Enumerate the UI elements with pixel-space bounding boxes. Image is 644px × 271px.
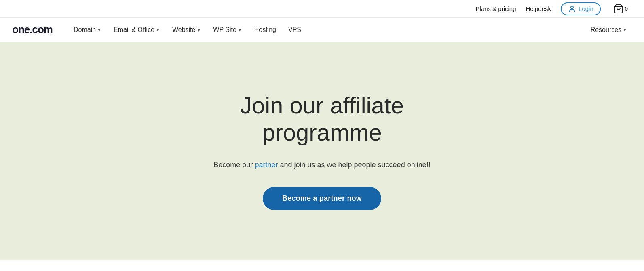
hero-subtitle-part1: Become our (213, 161, 255, 169)
cart-count: 0 (625, 6, 628, 12)
cart-button[interactable]: 0 (614, 4, 628, 14)
nav-links: Domain ▼ Email & Office ▼ Website ▼ WP S… (69, 23, 586, 37)
helpdesk-link[interactable]: Helpdesk (526, 5, 551, 12)
nav-item-hosting[interactable]: Hosting (249, 23, 281, 37)
top-bar: Plans & pricing Helpdesk Login 0 (0, 0, 644, 18)
chevron-down-icon: ▼ (156, 27, 160, 32)
logo[interactable]: one.com (12, 23, 53, 36)
login-label: Login (579, 5, 593, 12)
hero-subtitle: Become our partner and join us as we hel… (213, 159, 430, 171)
nav-website-label: Website (172, 26, 196, 34)
become-partner-button[interactable]: Become a partner now (263, 187, 381, 210)
login-button[interactable]: Login (561, 2, 601, 15)
cart-icon (614, 4, 623, 14)
hero-title: Join our affiliate programme (240, 92, 404, 146)
nav-item-wpsite[interactable]: WP Site ▼ (208, 23, 247, 37)
chevron-down-icon: ▼ (238, 27, 242, 32)
hero-subtitle-highlight: partner (255, 161, 278, 169)
plans-pricing-link[interactable]: Plans & pricing (475, 5, 516, 12)
nav-email-label: Email & Office (114, 26, 154, 34)
hero-title-line2: programme (262, 119, 382, 145)
hero-title-line1: Join our affiliate (240, 92, 404, 118)
nav-item-vps[interactable]: VPS (283, 23, 306, 37)
nav-vps-label: VPS (288, 26, 301, 34)
nav-item-domain[interactable]: Domain ▼ (69, 23, 106, 37)
user-icon (568, 5, 576, 13)
chevron-down-icon: ▼ (196, 27, 201, 32)
nav-right: Resources ▼ (586, 23, 632, 37)
nav-item-website[interactable]: Website ▼ (167, 23, 206, 37)
svg-point-0 (571, 6, 574, 9)
chevron-down-icon: ▼ (623, 27, 627, 32)
nav-hosting-label: Hosting (254, 26, 276, 34)
main-nav: one.com Domain ▼ Email & Office ▼ Websit… (0, 18, 644, 42)
nav-wpsite-label: WP Site (213, 26, 236, 34)
top-bar-links: Plans & pricing Helpdesk Login 0 (475, 2, 628, 15)
hero-section: Join our affiliate programme Become our … (0, 42, 644, 260)
nav-domain-label: Domain (74, 26, 96, 34)
nav-item-resources[interactable]: Resources ▼ (586, 23, 632, 37)
nav-item-email-office[interactable]: Email & Office ▼ (109, 23, 165, 37)
hero-subtitle-part2: and join us as we help people succeed on… (278, 161, 430, 169)
chevron-down-icon: ▼ (97, 27, 101, 32)
nav-resources-label: Resources (591, 26, 621, 34)
